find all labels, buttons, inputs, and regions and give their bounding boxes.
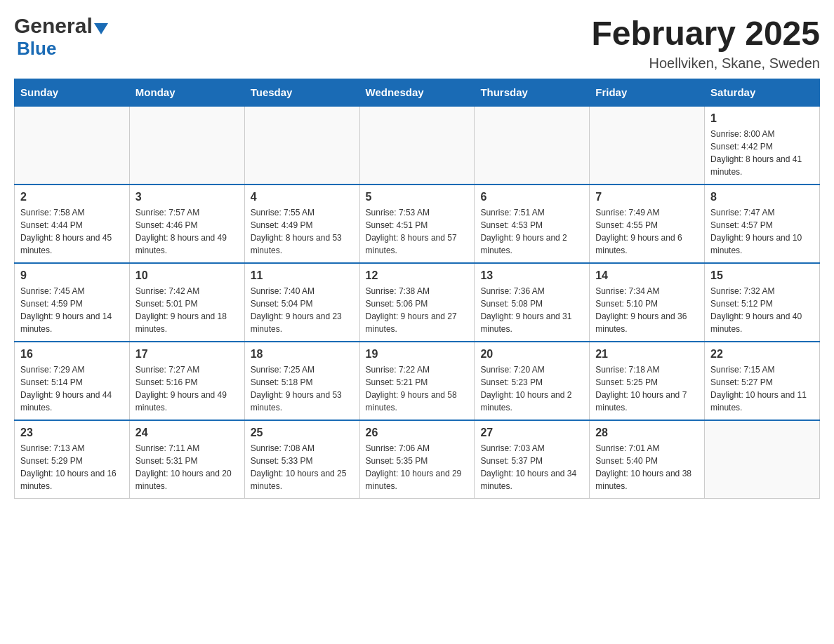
day-info: Sunrise: 7:11 AMSunset: 5:31 PMDaylight:… (135, 442, 239, 492)
day-number: 25 (251, 427, 354, 439)
day-number: 6 (480, 191, 583, 203)
day-number: 27 (480, 427, 583, 439)
day-number: 11 (251, 269, 354, 282)
calendar-cell (705, 420, 820, 499)
day-number: 28 (595, 427, 699, 439)
location: Hoellviken, Skane, Sweden (591, 55, 820, 72)
day-info: Sunrise: 7:15 AMSunset: 5:27 PMDaylight:… (710, 363, 814, 414)
day-number: 13 (480, 269, 583, 282)
day-info: Sunrise: 7:34 AMSunset: 5:10 PMDaylight:… (595, 285, 699, 335)
week-row-2: 2Sunrise: 7:58 AMSunset: 4:44 PMDaylight… (15, 185, 820, 263)
calendar-cell: 17Sunrise: 7:27 AMSunset: 5:16 PMDayligh… (129, 342, 244, 420)
day-number: 20 (480, 348, 583, 361)
calendar-cell: 28Sunrise: 7:01 AMSunset: 5:40 PMDayligh… (590, 420, 705, 499)
day-number: 4 (251, 191, 354, 203)
day-info: Sunrise: 7:57 AMSunset: 4:46 PMDaylight:… (135, 206, 239, 257)
calendar-cell: 19Sunrise: 7:22 AMSunset: 5:21 PMDayligh… (359, 342, 475, 420)
day-info: Sunrise: 7:36 AMSunset: 5:08 PMDaylight:… (480, 285, 583, 335)
day-number: 26 (366, 427, 469, 439)
day-info: Sunrise: 7:58 AMSunset: 4:44 PMDaylight:… (20, 206, 124, 257)
header-wednesday: Wednesday (359, 79, 475, 107)
week-row-4: 16Sunrise: 7:29 AMSunset: 5:14 PMDayligh… (15, 342, 820, 420)
day-info: Sunrise: 7:40 AMSunset: 5:04 PMDaylight:… (251, 285, 354, 335)
day-number: 7 (595, 191, 699, 203)
day-number: 10 (135, 269, 239, 282)
day-number: 1 (710, 112, 814, 125)
calendar-cell: 22Sunrise: 7:15 AMSunset: 5:27 PMDayligh… (705, 342, 820, 420)
header-thursday: Thursday (475, 79, 590, 107)
calendar-cell (15, 106, 130, 185)
week-row-5: 23Sunrise: 7:13 AMSunset: 5:29 PMDayligh… (15, 420, 820, 499)
weekday-header-row: Sunday Monday Tuesday Wednesday Thursday… (15, 79, 820, 107)
calendar-cell: 10Sunrise: 7:42 AMSunset: 5:01 PMDayligh… (129, 263, 244, 342)
calendar-cell: 8Sunrise: 7:47 AMSunset: 4:57 PMDaylight… (705, 185, 820, 263)
day-number: 24 (135, 427, 239, 439)
page-header: General Blue February 2025 Hoellviken, S… (14, 14, 820, 72)
day-info: Sunrise: 7:45 AMSunset: 4:59 PMDaylight:… (20, 285, 124, 335)
day-number: 12 (366, 269, 469, 282)
calendar-cell: 11Sunrise: 7:40 AMSunset: 5:04 PMDayligh… (244, 263, 359, 342)
calendar-cell: 25Sunrise: 7:08 AMSunset: 5:33 PMDayligh… (244, 420, 359, 499)
calendar-cell: 7Sunrise: 7:49 AMSunset: 4:55 PMDaylight… (590, 185, 705, 263)
day-number: 2 (20, 191, 124, 203)
day-number: 8 (710, 191, 814, 203)
calendar-cell: 23Sunrise: 7:13 AMSunset: 5:29 PMDayligh… (15, 420, 130, 499)
header-tuesday: Tuesday (244, 79, 359, 107)
day-info: Sunrise: 7:55 AMSunset: 4:49 PMDaylight:… (251, 206, 354, 257)
calendar-cell: 24Sunrise: 7:11 AMSunset: 5:31 PMDayligh… (129, 420, 244, 499)
day-number: 18 (251, 348, 354, 361)
day-info: Sunrise: 7:01 AMSunset: 5:40 PMDaylight:… (595, 442, 699, 492)
day-number: 3 (135, 191, 239, 203)
logo: General Blue (14, 14, 108, 60)
day-number: 22 (710, 348, 814, 361)
calendar-cell: 15Sunrise: 7:32 AMSunset: 5:12 PMDayligh… (705, 263, 820, 342)
day-number: 5 (366, 191, 469, 203)
calendar-cell: 18Sunrise: 7:25 AMSunset: 5:18 PMDayligh… (244, 342, 359, 420)
day-info: Sunrise: 7:22 AMSunset: 5:21 PMDaylight:… (366, 363, 469, 414)
day-number: 15 (710, 269, 814, 282)
title-block: February 2025 Hoellviken, Skane, Sweden (591, 14, 820, 72)
calendar-cell: 1Sunrise: 8:00 AMSunset: 4:42 PMDaylight… (705, 106, 820, 185)
day-number: 14 (595, 269, 699, 282)
logo-blue: Blue (17, 38, 56, 60)
day-info: Sunrise: 7:42 AMSunset: 5:01 PMDaylight:… (135, 285, 239, 335)
calendar-cell: 6Sunrise: 7:51 AMSunset: 4:53 PMDaylight… (475, 185, 590, 263)
calendar-table: Sunday Monday Tuesday Wednesday Thursday… (14, 79, 820, 499)
month-title: February 2025 (591, 14, 820, 53)
week-row-3: 9Sunrise: 7:45 AMSunset: 4:59 PMDaylight… (15, 263, 820, 342)
week-row-1: 1Sunrise: 8:00 AMSunset: 4:42 PMDaylight… (15, 106, 820, 185)
day-number: 23 (20, 427, 124, 439)
day-number: 17 (135, 348, 239, 361)
calendar-cell: 12Sunrise: 7:38 AMSunset: 5:06 PMDayligh… (359, 263, 475, 342)
day-info: Sunrise: 7:32 AMSunset: 5:12 PMDaylight:… (710, 285, 814, 335)
calendar-cell: 26Sunrise: 7:06 AMSunset: 5:35 PMDayligh… (359, 420, 475, 499)
day-number: 9 (20, 269, 124, 282)
day-info: Sunrise: 7:18 AMSunset: 5:25 PMDaylight:… (595, 363, 699, 414)
day-info: Sunrise: 7:08 AMSunset: 5:33 PMDaylight:… (251, 442, 354, 492)
calendar-cell: 13Sunrise: 7:36 AMSunset: 5:08 PMDayligh… (475, 263, 590, 342)
day-info: Sunrise: 7:03 AMSunset: 5:37 PMDaylight:… (480, 442, 583, 492)
logo-triangle-icon (94, 23, 108, 34)
calendar-cell: 4Sunrise: 7:55 AMSunset: 4:49 PMDaylight… (244, 185, 359, 263)
day-info: Sunrise: 7:47 AMSunset: 4:57 PMDaylight:… (710, 206, 814, 257)
header-friday: Friday (590, 79, 705, 107)
header-monday: Monday (129, 79, 244, 107)
logo-general: General (14, 14, 93, 38)
day-info: Sunrise: 7:13 AMSunset: 5:29 PMDaylight:… (20, 442, 124, 492)
calendar-cell (244, 106, 359, 185)
day-info: Sunrise: 7:38 AMSunset: 5:06 PMDaylight:… (366, 285, 469, 335)
day-info: Sunrise: 7:49 AMSunset: 4:55 PMDaylight:… (595, 206, 699, 257)
day-info: Sunrise: 7:06 AMSunset: 5:35 PMDaylight:… (366, 442, 469, 492)
calendar-cell: 16Sunrise: 7:29 AMSunset: 5:14 PMDayligh… (15, 342, 130, 420)
header-saturday: Saturday (705, 79, 820, 107)
day-info: Sunrise: 7:25 AMSunset: 5:18 PMDaylight:… (251, 363, 354, 414)
calendar-cell: 20Sunrise: 7:20 AMSunset: 5:23 PMDayligh… (475, 342, 590, 420)
day-number: 21 (595, 348, 699, 361)
calendar-cell (129, 106, 244, 185)
calendar-cell: 21Sunrise: 7:18 AMSunset: 5:25 PMDayligh… (590, 342, 705, 420)
calendar-cell (475, 106, 590, 185)
calendar-cell (590, 106, 705, 185)
calendar-cell: 2Sunrise: 7:58 AMSunset: 4:44 PMDaylight… (15, 185, 130, 263)
day-info: Sunrise: 7:53 AMSunset: 4:51 PMDaylight:… (366, 206, 469, 257)
calendar-cell: 5Sunrise: 7:53 AMSunset: 4:51 PMDaylight… (359, 185, 475, 263)
